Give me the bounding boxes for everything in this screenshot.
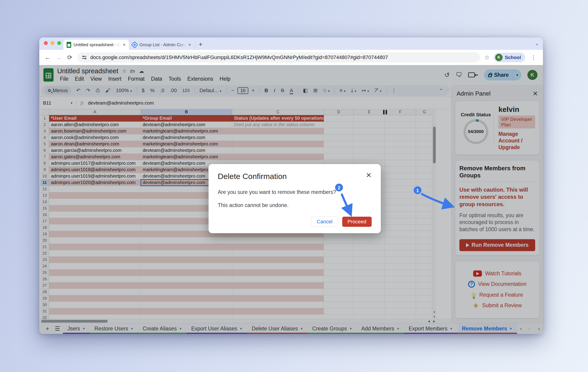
- window-controls[interactable]: [42, 37, 63, 50]
- sheets-app: Untitled spreadsheet ☆ 🗁 ☁ FileEditViewI…: [39, 65, 543, 334]
- browser-tabstrip: Untitled spreadsheet - Googl × Group Lis…: [39, 37, 543, 50]
- profile-chip[interactable]: K School: [494, 53, 525, 62]
- dialog-title: Delete Confirmation: [218, 172, 287, 181]
- sheets-icon: [67, 42, 71, 48]
- cancel-button[interactable]: Cancel: [311, 217, 338, 227]
- dialog-message-line2: This action cannot be undone.: [218, 202, 372, 208]
- forward-icon[interactable]: →: [55, 54, 62, 61]
- profile-avatar: K: [495, 54, 503, 61]
- url-text: docs.google.com/spreadsheets/d/15HMV5NrH…: [90, 54, 388, 60]
- tab-search-chevron-icon[interactable]: ⌄: [535, 41, 539, 46]
- minimize-window-button[interactable]: [51, 41, 54, 45]
- reload-icon[interactable]: ⟳: [66, 54, 73, 61]
- proceed-button[interactable]: Proceed: [342, 217, 372, 227]
- tab-title: Group List - Admin Console: [139, 42, 186, 47]
- browser-tab-spreadsheet[interactable]: Untitled spreadsheet - Googl ×: [63, 40, 129, 50]
- bookmark-star-icon[interactable]: ☆: [484, 54, 490, 61]
- admin-console-icon: [131, 41, 138, 48]
- back-icon[interactable]: ←: [44, 54, 51, 61]
- maximize-window-button[interactable]: [57, 41, 61, 45]
- address-bar[interactable]: docs.google.com/spreadsheets/d/15HMV5NrH…: [77, 52, 480, 63]
- tab-close-icon[interactable]: ×: [188, 42, 191, 47]
- browser-tab-admin-console[interactable]: Group List - Admin Console ×: [129, 40, 194, 50]
- new-tab-button[interactable]: +: [196, 41, 205, 50]
- dialog-message-line1: Are you sure you want to remove these me…: [218, 189, 372, 195]
- browser-window: Untitled spreadsheet - Googl × Group Lis…: [39, 37, 543, 334]
- tab-close-icon[interactable]: ×: [123, 42, 126, 47]
- dialog-close-icon[interactable]: ✕: [366, 172, 372, 179]
- tab-title: Untitled spreadsheet - Googl: [74, 42, 120, 47]
- profile-name: School: [505, 55, 521, 60]
- delete-confirmation-dialog: Delete Confirmation ✕ Are you sure you w…: [209, 164, 381, 233]
- browser-toolbar: ← → ⟳ docs.google.com/spreadsheets/d/15H…: [39, 50, 543, 65]
- browser-menu-icon[interactable]: ⋮: [529, 54, 538, 61]
- site-settings-icon[interactable]: [82, 55, 87, 60]
- close-window-button[interactable]: [44, 41, 48, 45]
